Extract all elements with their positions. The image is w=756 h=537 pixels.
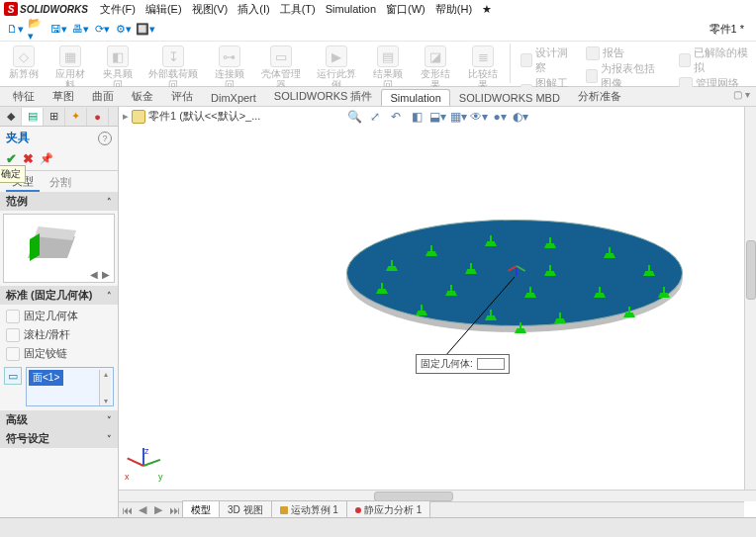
qa-save-icon[interactable]: 🖫▾: [49, 21, 67, 39]
fixture-symbol: [465, 263, 477, 275]
tab-surfaces[interactable]: 曲面: [83, 86, 123, 106]
pm-std-fixed[interactable]: 固定几何体: [0, 307, 118, 325]
qa-options-icon[interactable]: ⚙▾: [115, 21, 133, 39]
breadcrumb-text[interactable]: 零件1 (默认<<默认>_...: [148, 109, 260, 124]
ribbon-connection-advisor[interactable]: ⊶连接顾问: [209, 44, 250, 92]
callout-label: 固定几何体:: [421, 357, 473, 371]
collapse-icon[interactable]: ˄: [107, 197, 112, 207]
ribbon-run-study[interactable]: ▶运行此算例: [312, 44, 361, 92]
pm-thumb-pager[interactable]: ◀▶: [90, 269, 110, 280]
tab-mbd[interactable]: SOLIDWORKS MBD: [450, 89, 569, 106]
graphics-viewport[interactable]: ▸ 零件1 (默认<<默认>_... 🔍 ⤢ ↶ ◧ ⬓▾ ▦▾ 👁▾ ●▾ ◐…: [119, 107, 756, 517]
expand-icon[interactable]: ˅: [107, 415, 112, 425]
origin-triad-icon: [510, 260, 523, 274]
ribbon-new-study[interactable]: ◇新算例: [4, 44, 44, 81]
pm-tab-dimxpert-icon[interactable]: ✦: [65, 108, 87, 126]
vtab-motion[interactable]: 运动算例 1: [271, 500, 347, 517]
pm-section-advanced[interactable]: 高级˅: [0, 410, 118, 429]
vtab-first-icon[interactable]: ⏮: [119, 504, 135, 516]
heads-up-toolbar: 🔍 ⤢ ↶ ◧ ⬓▾ ▦▾ 👁▾ ●▾ ◐▾: [345, 109, 529, 125]
menu-window[interactable]: 窗口(W): [382, 1, 429, 18]
menu-insert[interactable]: 插入(I): [234, 1, 273, 18]
fixture-callout[interactable]: 固定几何体:: [416, 354, 510, 374]
zoom-fit-icon[interactable]: 🔍: [345, 109, 363, 125]
ribbon-design-insight[interactable]: 设计洞察: [520, 45, 572, 75]
qa-new-icon[interactable]: 🗋▾: [6, 21, 24, 39]
ribbon-fixture-advisor[interactable]: ◧夹具顾问: [97, 44, 139, 92]
feature-breadcrumb[interactable]: ▸ 零件1 (默认<<默认>_...: [123, 109, 260, 124]
pm-section-standard[interactable]: 标准 (固定几何体)˄: [0, 286, 118, 305]
pm-std-hinge[interactable]: 固定铰链: [0, 344, 118, 363]
vtab-last-icon[interactable]: ⏭: [166, 504, 182, 516]
vtab-model[interactable]: 模型: [182, 500, 220, 517]
pm-selection-list[interactable]: ▴▾ 面<1>: [26, 367, 114, 406]
display-style-icon[interactable]: ▦▾: [449, 109, 467, 125]
tabstrip-collapse-icon[interactable]: ▢ ▾: [733, 89, 750, 100]
pm-std-roller[interactable]: 滚柱/滑杆: [0, 325, 118, 344]
fixture-symbol: [386, 260, 398, 272]
menu-view[interactable]: 视图(V): [188, 1, 233, 18]
menu-simulation[interactable]: Simulation: [322, 2, 380, 16]
selection-scrollbar[interactable]: ▴▾: [99, 370, 111, 405]
expand-icon[interactable]: ˅: [107, 434, 112, 444]
vtab-static[interactable]: 静应力分析 1: [346, 500, 430, 517]
ribbon-compare[interactable]: ≣比较结果: [462, 44, 504, 92]
qa-open-icon[interactable]: 📂▾: [28, 21, 46, 39]
pm-pin-icon[interactable]: 📌: [40, 152, 53, 165]
viewport-v-scrollbar[interactable]: [744, 107, 756, 490]
selection-filter-icon[interactable]: ▭: [4, 367, 22, 385]
pm-title: 夹具: [6, 130, 30, 146]
menu-edit[interactable]: 编辑(E): [142, 1, 186, 18]
ribbon-released-sim[interactable]: 已解除的模拟: [679, 45, 748, 75]
pm-section-example[interactable]: 范例˄: [0, 192, 118, 211]
vtab-prev-icon[interactable]: ◀: [135, 503, 150, 516]
qa-print-icon[interactable]: 🖶▾: [71, 21, 89, 39]
pm-tab-config-icon[interactable]: ⊞: [44, 108, 65, 126]
ribbon-results-advisor[interactable]: ▤结果顾问: [367, 44, 409, 92]
ribbon-apply-material[interactable]: ▦应用材料: [49, 44, 91, 92]
ribbon-load-advisor[interactable]: ↧外部载荷顾问: [144, 44, 203, 92]
breadcrumb-arrow-icon[interactable]: ▸: [123, 110, 129, 123]
qa-rebuild-icon[interactable]: ⟳▾: [93, 21, 111, 39]
tab-sketch[interactable]: 草图: [44, 86, 83, 106]
pm-ok-button[interactable]: ✔: [6, 151, 17, 166]
pm-selection-item[interactable]: 面<1>: [29, 370, 63, 386]
scene-icon[interactable]: ◐▾: [512, 109, 529, 125]
pm-tab-feature-tree-icon[interactable]: ◆: [0, 108, 22, 126]
pm-help-icon[interactable]: ?: [98, 132, 112, 145]
pm-tab-property-icon[interactable]: ▤: [22, 108, 44, 126]
ribbon-report[interactable]: 报告: [586, 45, 624, 60]
section-view-icon[interactable]: ◧: [408, 109, 425, 125]
appearance-icon[interactable]: ●▾: [491, 109, 509, 125]
ribbon-shell-manager[interactable]: ▭壳体管理器: [256, 44, 306, 92]
tab-sheetmetal[interactable]: 钣金: [123, 86, 162, 106]
fixture-symbol: [416, 305, 427, 316]
callout-field[interactable]: [477, 358, 505, 370]
pm-cancel-button[interactable]: ✖: [23, 151, 34, 166]
menu-star-icon[interactable]: ★: [478, 2, 496, 17]
view-orient-icon[interactable]: ⬓▾: [428, 109, 446, 125]
hide-show-icon[interactable]: 👁▾: [470, 109, 488, 125]
vtab-next-icon[interactable]: ▶: [150, 503, 166, 516]
tab-analysis-prep[interactable]: 分析准备: [569, 86, 630, 106]
tab-addins[interactable]: SOLIDWORKS 插件: [265, 86, 382, 106]
tab-simulation[interactable]: Simulation: [381, 89, 449, 106]
tab-features[interactable]: 特征: [4, 86, 44, 106]
menu-tools[interactable]: 工具(T): [276, 1, 320, 18]
menu-file[interactable]: 文件(F): [96, 1, 140, 18]
qa-appearance-icon[interactable]: 🔲▾: [137, 21, 154, 39]
pm-subtab-split[interactable]: 分割: [44, 174, 77, 191]
vtab-3dview[interactable]: 3D 视图: [219, 500, 272, 517]
tab-evaluate[interactable]: 评估: [162, 86, 202, 106]
pm-tab-appearance-icon[interactable]: ●: [87, 108, 109, 126]
property-manager-panel: ◆ ▤ ⊞ ✦ ● 夹具 ? ✔ ✖ 📌 确定 类型 分割 范例˄ ◀▶: [0, 107, 119, 517]
app-brand: SOLIDWORKS: [20, 4, 88, 15]
zoom-area-icon[interactable]: ⤢: [366, 109, 384, 125]
tab-dimxpert[interactable]: DimXpert: [202, 89, 265, 106]
ribbon-deform[interactable]: ◪变形结果: [415, 44, 456, 92]
menu-help[interactable]: 帮助(H): [431, 1, 476, 18]
view-triad[interactable]: z x y: [125, 448, 164, 488]
collapse-icon[interactable]: ˄: [107, 291, 112, 301]
prev-view-icon[interactable]: ↶: [387, 109, 405, 125]
pm-section-symbol[interactable]: 符号设定˅: [0, 429, 118, 448]
